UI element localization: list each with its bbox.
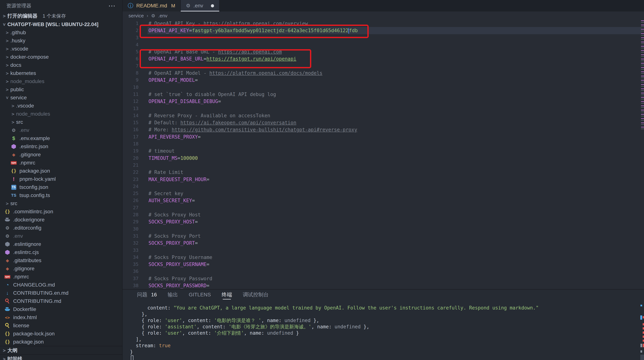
terminal-token: { role: [130,324,165,330]
tree-file-.npmrc[interactable]: npm.npmrc [0,273,122,281]
tree-item-label: .env [20,127,29,133]
chevron-down-icon: > [5,94,10,101]
tree-file-Dockerfile[interactable]: Dockerfile [0,305,122,313]
npm-icon: npm [4,274,10,280]
tree-file-tsconfig.json[interactable]: TStsconfig.json [0,183,122,191]
explorer-sidebar: 资源管理器 ⋯ > 打开的编辑器 1 个未保存 > CHATGPT-WEB [W… [0,0,122,360]
breadcrumb-folder[interactable]: service [128,13,144,19]
ruler-mark-9 [643,344,644,347]
tree-folder-docs[interactable]: >docs [0,61,122,69]
code-token: 100000 [180,155,198,161]
panel-tab-output[interactable]: 输出 [168,290,178,300]
breadcrumb-file[interactable]: .env [158,13,168,19]
code-line-4: 4 [122,41,644,48]
tab-readme[interactable]: ⓘ README.md M [122,0,181,11]
chevron-right-icon: > [10,111,16,117]
tree-folder-.vscode[interactable]: >.vscode [0,102,122,110]
tree-file-.gitattributes[interactable]: ◆.gitattributes [0,256,122,265]
tree-file-.gitignore[interactable]: ◆.gitignore [0,265,122,273]
tree-file-.eslintrc.cjs[interactable]: .eslintrc.cjs [0,248,122,256]
tree-file-CHANGELOG.md[interactable]: ◔CHANGELOG.md [0,281,122,289]
tree-file-pnpm-lock.yaml[interactable]: !pnpm-lock.yaml [0,175,122,183]
panel-tab-problems[interactable]: 问题 16 [137,290,157,300]
tree-item-label: .eslintrc.json [20,144,48,149]
code-line-content: OPENAI_API_MODEL= [148,77,198,84]
tree-file-.env.example[interactable]: $.env.example [0,134,122,142]
panel-tab-gitlens[interactable]: GITLENS [189,290,211,300]
sidebar-section-label: 时间线 [8,356,22,360]
tree-file-.eslintrc.json[interactable]: .eslintrc.json [0,142,122,151]
tree-file-.editorconfig[interactable]: ⚙.editorconfig [0,224,122,232]
tree-folder-node_modules[interactable]: >node_modules [0,77,122,85]
tree-file-.gitignore[interactable]: ◆.gitignore [0,151,122,159]
more-actions-icon[interactable]: ⋯ [108,4,116,7]
git-modified-badge: M [171,3,175,9]
code-token: # Rate Limit [148,169,183,175]
tree-folder-public[interactable]: >public [0,85,122,94]
tree-folder-src[interactable]: >src [0,199,122,208]
code-line-30: 30 [122,226,644,233]
tree-file-CONTRIBUTING.en.md[interactable]: ↓CONTRIBUTING.en.md [0,289,122,297]
terminal-token: 'user' [165,330,182,336]
panel-tab-label: 调试控制台 [243,291,269,298]
gear-icon: ⚙ [151,13,155,18]
tree-file-.commitlintrc.json[interactable]: {}.commitlintrc.json [0,208,122,216]
tab-env[interactable]: ⚙ .env [181,0,220,11]
tree-file-.env[interactable]: ⚙.env [0,126,122,134]
terminal-output[interactable]: content: "You are ChatGPT, a large langu… [130,305,631,360]
tree-file-.dockerignore[interactable]: .dockerignore [0,216,122,224]
tree-file-index.html[interactable]: <>index.html [0,313,122,322]
unsaved-dot-icon[interactable] [211,4,214,7]
tree-folder-kubernetes[interactable]: >kubernetes [0,69,122,77]
line-number: 21 [122,162,138,169]
tree-folder-src[interactable]: >src [0,118,122,126]
tree-file-.eslintignore[interactable]: .eslintignore [0,240,122,248]
ruler-mark-4 [643,323,644,326]
code-line-18: 18 [122,140,644,147]
code-line-37: 37# Socks Proxy Password [122,275,644,282]
chevron-right-icon: > [10,119,16,125]
breadcrumb: service › ⚙ .env [122,11,644,20]
tree-item-label: package.json [13,339,44,345]
code-line-content: # Default: https://ai.fakeopen.com/api/c… [148,119,296,126]
chevron-right-icon: > [4,201,10,206]
editor-pane: ⓘ README.md M ⚙ .env service › ⚙ .env 1#… [122,0,644,289]
line-number: 4 [122,41,138,48]
tree-file-tsup.config.ts[interactable]: TStsup.config.ts [0,191,122,199]
tree-item-label: .gitignore [13,266,34,272]
tree-folder-docker-compose[interactable]: >docker-compose [0,53,122,61]
sidebar-section-0[interactable]: >大纲 [0,346,122,355]
tree-folder-.vscode[interactable]: >.vscode [0,45,122,53]
tree-file-CONTRIBUTING.md[interactable]: CONTRIBUTING.md [0,297,122,305]
red-annotation-box-1 [140,24,369,38]
code-line-content: # OpenAI API Model - https://platform.op… [148,69,322,77]
tree-file-package.json[interactable]: {}package.json [0,167,122,175]
terminal-token: '电影的导演是谁？ ' [214,318,261,323]
braces-icon: {} [4,339,10,345]
line-number: 15 [122,119,138,126]
tree-item-label: CHANGELOG.md [13,282,55,288]
terminal-token: , content: [182,318,214,323]
sidebar-section-1[interactable]: >时间线 [0,355,122,360]
tree-file-.npmrc[interactable]: npm.npmrc [0,159,122,167]
panel-tab-terminal[interactable]: 终端 [222,290,232,300]
code-line-38: 38SOCKS_PROXY_PASSWORD= [122,282,644,289]
key-red-icon [3,297,12,306]
terminal-token: }, [310,318,319,323]
code-token: https://github.com/transitive-bullshit/c… [172,127,357,132]
open-editors-section[interactable]: > 打开的编辑器 1 个未保存 [0,11,122,20]
panel-tab-debug-console[interactable]: 调试控制台 [243,290,269,300]
tree-file-package.json[interactable]: {}package.json [0,338,122,346]
chevron-right-icon: > [4,54,10,60]
tree-folder-.husky[interactable]: >.husky [0,37,122,45]
code-line-16: 16# More: https://github.com/transitive-… [122,126,644,133]
tree-folder-service[interactable]: >service [0,94,122,102]
pnpm-icon: ! [11,176,17,182]
tree-file-license[interactable]: license [0,322,122,330]
terminal-token: { role: [130,318,165,323]
tree-folder-node_modules[interactable]: >node_modules [0,110,122,118]
tree-folder-.github[interactable]: >.github [0,28,122,37]
tree-file-.env[interactable]: ⚙.env [0,232,122,240]
project-root-item[interactable]: > CHATGPT-WEB [WSL: UBUNTU-22.04] [0,20,122,28]
tree-file-package-lock.json[interactable]: {}package-lock.json [0,330,122,338]
